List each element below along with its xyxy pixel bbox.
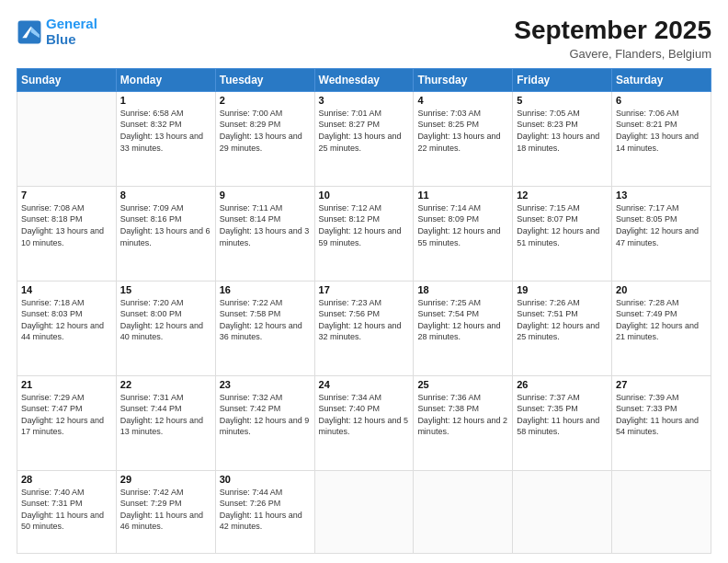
logo-icon — [17, 19, 42, 45]
day-number: 21 — [21, 379, 112, 390]
calendar-day-cell: 21Sunrise: 7:29 AM Sunset: 7:47 PM Dayli… — [17, 375, 117, 470]
calendar-day-cell: 24Sunrise: 7:34 AM Sunset: 7:40 PM Dayli… — [314, 375, 414, 470]
day-number: 9 — [220, 190, 311, 201]
calendar-day-cell: 27Sunrise: 7:39 AM Sunset: 7:33 PM Dayli… — [612, 375, 711, 470]
day-info: Sunrise: 7:23 AM Sunset: 7:56 PM Dayligh… — [319, 297, 410, 343]
logo-line2: Blue — [46, 31, 76, 47]
calendar-day-cell: 20Sunrise: 7:28 AM Sunset: 7:49 PM Dayli… — [612, 281, 711, 375]
day-info: Sunrise: 7:32 AM Sunset: 7:42 PM Dayligh… — [220, 392, 311, 438]
day-info: Sunrise: 7:44 AM Sunset: 7:26 PM Dayligh… — [220, 487, 311, 533]
calendar-header-saturday: Saturday — [612, 68, 711, 91]
calendar-day-cell: 3Sunrise: 7:01 AM Sunset: 8:27 PM Daylig… — [314, 91, 414, 186]
calendar-day-cell: 2Sunrise: 7:00 AM Sunset: 8:29 PM Daylig… — [215, 91, 314, 186]
calendar-day-cell: 17Sunrise: 7:23 AM Sunset: 7:56 PM Dayli… — [314, 281, 414, 375]
calendar-week-row: 21Sunrise: 7:29 AM Sunset: 7:47 PM Dayli… — [17, 375, 711, 470]
main-title: September 2025 — [514, 17, 711, 45]
calendar-day-cell: 16Sunrise: 7:22 AM Sunset: 7:58 PM Dayli… — [215, 281, 314, 375]
day-info: Sunrise: 7:28 AM Sunset: 7:49 PM Dayligh… — [616, 297, 707, 343]
calendar-week-row: 14Sunrise: 7:18 AM Sunset: 8:03 PM Dayli… — [17, 281, 711, 375]
day-info: Sunrise: 7:20 AM Sunset: 8:00 PM Dayligh… — [120, 297, 211, 343]
logo-line1: General — [46, 16, 97, 31]
day-number: 18 — [417, 284, 508, 295]
calendar-header-friday: Friday — [513, 68, 612, 91]
day-number: 25 — [417, 379, 508, 390]
calendar-day-cell — [17, 91, 117, 186]
day-number: 2 — [220, 95, 311, 106]
day-number: 22 — [120, 379, 211, 390]
day-info: Sunrise: 7:29 AM Sunset: 7:47 PM Dayligh… — [21, 392, 112, 438]
day-number: 10 — [319, 190, 410, 201]
calendar-day-cell — [414, 470, 513, 553]
day-info: Sunrise: 7:11 AM Sunset: 8:14 PM Dayligh… — [220, 202, 311, 248]
day-number: 13 — [616, 190, 707, 201]
day-info: Sunrise: 7:09 AM Sunset: 8:16 PM Dayligh… — [120, 202, 211, 248]
subtitle: Gavere, Flanders, Belgium — [514, 47, 711, 61]
calendar-day-cell: 25Sunrise: 7:36 AM Sunset: 7:38 PM Dayli… — [414, 375, 513, 470]
day-info: Sunrise: 7:17 AM Sunset: 8:05 PM Dayligh… — [616, 202, 707, 248]
calendar-day-cell: 22Sunrise: 7:31 AM Sunset: 7:44 PM Dayli… — [116, 375, 215, 470]
calendar-day-cell: 15Sunrise: 7:20 AM Sunset: 8:00 PM Dayli… — [116, 281, 215, 375]
day-number: 17 — [319, 284, 410, 295]
day-number: 11 — [417, 190, 508, 201]
day-info: Sunrise: 7:22 AM Sunset: 7:58 PM Dayligh… — [220, 297, 311, 343]
calendar-day-cell: 29Sunrise: 7:42 AM Sunset: 7:29 PM Dayli… — [116, 470, 215, 553]
day-number: 26 — [517, 379, 608, 390]
calendar-day-cell: 12Sunrise: 7:15 AM Sunset: 8:07 PM Dayli… — [513, 186, 612, 281]
day-info: Sunrise: 6:58 AM Sunset: 8:32 PM Dayligh… — [120, 108, 211, 154]
day-info: Sunrise: 7:15 AM Sunset: 8:07 PM Dayligh… — [517, 202, 608, 248]
calendar-header-wednesday: Wednesday — [314, 68, 414, 91]
calendar-week-row: 28Sunrise: 7:40 AM Sunset: 7:31 PM Dayli… — [17, 470, 711, 553]
calendar-day-cell: 23Sunrise: 7:32 AM Sunset: 7:42 PM Dayli… — [215, 375, 314, 470]
day-number: 6 — [616, 95, 707, 106]
day-number: 8 — [120, 190, 211, 201]
calendar-day-cell: 26Sunrise: 7:37 AM Sunset: 7:35 PM Dayli… — [513, 375, 612, 470]
day-number: 5 — [517, 95, 608, 106]
calendar-week-row: 1Sunrise: 6:58 AM Sunset: 8:32 PM Daylig… — [17, 91, 711, 186]
day-number: 29 — [120, 474, 211, 485]
day-number: 27 — [616, 379, 707, 390]
calendar-day-cell: 14Sunrise: 7:18 AM Sunset: 8:03 PM Dayli… — [17, 281, 117, 375]
calendar-header-monday: Monday — [116, 68, 215, 91]
calendar-day-cell: 19Sunrise: 7:26 AM Sunset: 7:51 PM Dayli… — [513, 281, 612, 375]
day-info: Sunrise: 7:42 AM Sunset: 7:29 PM Dayligh… — [120, 487, 211, 533]
day-info: Sunrise: 7:40 AM Sunset: 7:31 PM Dayligh… — [21, 487, 112, 533]
day-number: 19 — [517, 284, 608, 295]
calendar-day-cell: 6Sunrise: 7:06 AM Sunset: 8:21 PM Daylig… — [612, 91, 711, 186]
day-number: 20 — [616, 284, 707, 295]
day-number: 3 — [319, 95, 410, 106]
page: General Blue September 2025 Gavere, Flan… — [0, 0, 728, 563]
calendar-header-sunday: Sunday — [17, 68, 117, 91]
day-number: 15 — [120, 284, 211, 295]
day-info: Sunrise: 7:01 AM Sunset: 8:27 PM Dayligh… — [319, 108, 410, 154]
day-number: 30 — [220, 474, 311, 485]
day-info: Sunrise: 7:25 AM Sunset: 7:54 PM Dayligh… — [417, 297, 508, 343]
day-info: Sunrise: 7:12 AM Sunset: 8:12 PM Dayligh… — [319, 202, 410, 248]
day-number: 1 — [120, 95, 211, 106]
day-number: 12 — [517, 190, 608, 201]
day-info: Sunrise: 7:03 AM Sunset: 8:25 PM Dayligh… — [417, 108, 508, 154]
day-info: Sunrise: 7:26 AM Sunset: 7:51 PM Dayligh… — [517, 297, 608, 343]
calendar-day-cell: 18Sunrise: 7:25 AM Sunset: 7:54 PM Dayli… — [414, 281, 513, 375]
calendar-day-cell: 11Sunrise: 7:14 AM Sunset: 8:09 PM Dayli… — [414, 186, 513, 281]
calendar-week-row: 7Sunrise: 7:08 AM Sunset: 8:18 PM Daylig… — [17, 186, 711, 281]
calendar-day-cell: 30Sunrise: 7:44 AM Sunset: 7:26 PM Dayli… — [215, 470, 314, 553]
calendar-day-cell: 8Sunrise: 7:09 AM Sunset: 8:16 PM Daylig… — [116, 186, 215, 281]
calendar-day-cell: 1Sunrise: 6:58 AM Sunset: 8:32 PM Daylig… — [116, 91, 215, 186]
day-info: Sunrise: 7:36 AM Sunset: 7:38 PM Dayligh… — [417, 392, 508, 438]
calendar-header-thursday: Thursday — [414, 68, 513, 91]
day-info: Sunrise: 7:34 AM Sunset: 7:40 PM Dayligh… — [319, 392, 410, 438]
title-block: September 2025 Gavere, Flanders, Belgium — [514, 17, 711, 61]
calendar-day-cell: 4Sunrise: 7:03 AM Sunset: 8:25 PM Daylig… — [414, 91, 513, 186]
calendar-day-cell — [314, 470, 414, 553]
day-number: 7 — [21, 190, 112, 201]
day-info: Sunrise: 7:31 AM Sunset: 7:44 PM Dayligh… — [120, 392, 211, 438]
calendar-day-cell: 10Sunrise: 7:12 AM Sunset: 8:12 PM Dayli… — [314, 186, 414, 281]
calendar-header-tuesday: Tuesday — [215, 68, 314, 91]
calendar-day-cell: 5Sunrise: 7:05 AM Sunset: 8:23 PM Daylig… — [513, 91, 612, 186]
day-info: Sunrise: 7:00 AM Sunset: 8:29 PM Dayligh… — [220, 108, 311, 154]
day-number: 23 — [220, 379, 311, 390]
calendar-day-cell — [513, 470, 612, 553]
calendar-day-cell — [612, 470, 711, 553]
day-info: Sunrise: 7:08 AM Sunset: 8:18 PM Dayligh… — [21, 202, 112, 248]
day-info: Sunrise: 7:39 AM Sunset: 7:33 PM Dayligh… — [616, 392, 707, 438]
